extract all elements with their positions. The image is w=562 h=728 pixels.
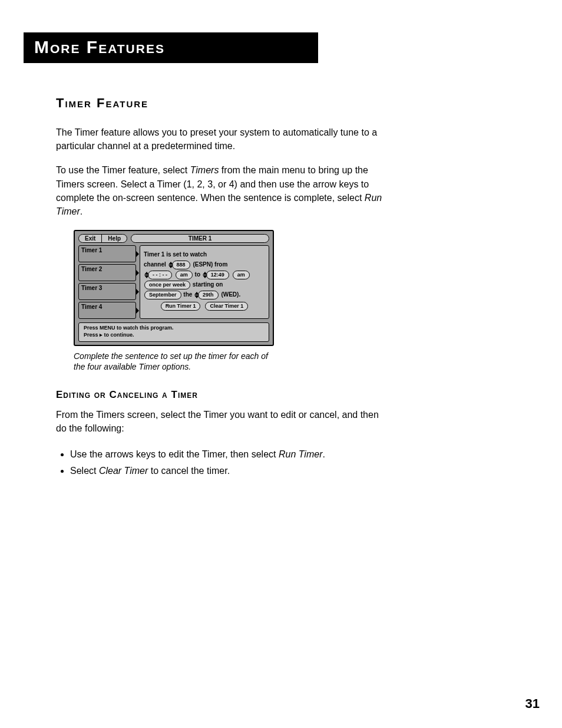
panel-title: TIMER 1 bbox=[131, 234, 269, 243]
weekday: (WED). bbox=[221, 291, 240, 298]
from-ampm[interactable]: am bbox=[176, 271, 193, 279]
to-time-spinner[interactable]: 12:49 bbox=[203, 271, 230, 279]
subsection-title: Editing or Canceling a Timer bbox=[56, 389, 386, 401]
menu-name: Timers bbox=[190, 165, 219, 175]
text: . bbox=[80, 206, 82, 216]
day: 29th bbox=[198, 291, 219, 299]
timer-1-tab[interactable]: Timer 1 bbox=[78, 245, 136, 262]
month[interactable]: September bbox=[144, 291, 181, 299]
chapter-title: More Features bbox=[24, 32, 318, 63]
from-time: - - : - - bbox=[148, 271, 172, 279]
list-item: Use the arrows keys to edit the Timer, t… bbox=[70, 446, 386, 463]
screenshot-footer: Press MENU to watch this program. Press … bbox=[78, 322, 269, 341]
page-number: 31 bbox=[525, 696, 540, 711]
label: starting on bbox=[193, 281, 223, 288]
sentence-lead: Timer 1 is set to watch bbox=[144, 249, 265, 259]
label: to bbox=[195, 271, 200, 278]
channel-value: 888 bbox=[172, 261, 190, 269]
text: Select bbox=[70, 466, 99, 476]
text: Use the arrows keys to edit the Timer, t… bbox=[70, 449, 279, 459]
text: to cancel the timer. bbox=[148, 466, 230, 476]
exit-button[interactable]: Exit bbox=[79, 235, 102, 242]
timer-sentence-panel: Timer 1 is set to watch channel 888 (ESP… bbox=[140, 245, 269, 319]
bullet-list: Use the arrows keys to edit the Timer, t… bbox=[56, 446, 386, 480]
list-item: Select Clear Timer to cancel the timer. bbox=[70, 463, 386, 480]
label: channel bbox=[144, 261, 166, 268]
label: the bbox=[183, 291, 192, 298]
instructions-paragraph: To use the Timer feature, select Timers … bbox=[56, 163, 386, 218]
to-time: 12:49 bbox=[206, 271, 229, 279]
clear-timer-button[interactable]: Clear Timer 1 bbox=[205, 302, 248, 311]
text: . bbox=[322, 449, 325, 459]
timer-3-tab[interactable]: Timer 3 bbox=[78, 283, 136, 300]
channel-spinner[interactable]: 888 bbox=[168, 261, 191, 269]
day-spinner[interactable]: 29th bbox=[194, 291, 219, 299]
screenshot-caption: Complete the sentence to set up the time… bbox=[74, 351, 274, 373]
channel-name: (ESPN) bbox=[193, 261, 213, 268]
footer-line-1: Press MENU to watch this program. bbox=[84, 325, 264, 332]
frequency[interactable]: once per week bbox=[144, 281, 190, 289]
help-button[interactable]: Help bbox=[102, 235, 127, 242]
timer-4-tab[interactable]: Timer 4 bbox=[78, 302, 136, 319]
text: To use the Timer feature, select bbox=[56, 165, 190, 175]
subsection-intro: From the Timers screen, select the Timer… bbox=[56, 408, 386, 435]
timer-screenshot: Exit Help TIMER 1 Timer 1 Timer 2 Timer … bbox=[74, 230, 274, 345]
action-name: Clear Timer bbox=[99, 466, 148, 476]
to-ampm[interactable]: am bbox=[233, 271, 250, 279]
label: from bbox=[214, 261, 227, 268]
timer-2-tab[interactable]: Timer 2 bbox=[78, 264, 136, 281]
action-name: Run Timer bbox=[279, 449, 323, 459]
from-time-spinner[interactable]: - - : - - bbox=[144, 271, 173, 279]
run-timer-button[interactable]: Run Timer 1 bbox=[161, 302, 201, 311]
section-title: Timer Feature bbox=[56, 95, 386, 111]
footer-line-2: Press ▸ to continue. bbox=[84, 332, 264, 339]
intro-paragraph: The Timer feature allows you to preset y… bbox=[56, 126, 386, 153]
exit-help-buttons: Exit Help bbox=[78, 234, 127, 243]
